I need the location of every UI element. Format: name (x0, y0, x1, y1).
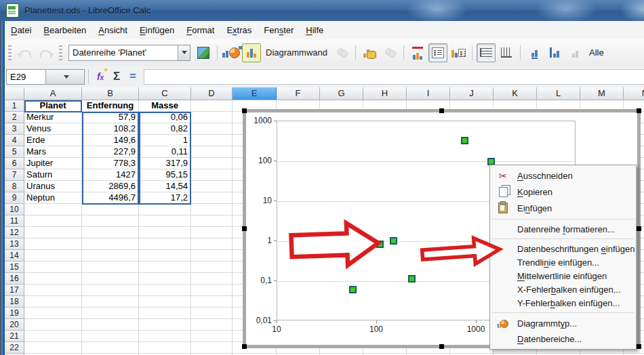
cell[interactable] (24, 215, 82, 227)
row-header-4[interactable]: 4 (5, 135, 24, 146)
cell[interactable] (24, 342, 82, 354)
row-header-22[interactable]: 22 (5, 342, 24, 354)
cell[interactable] (139, 285, 191, 296)
selection-handle[interactable] (637, 226, 641, 231)
horizontal-grid-button[interactable] (477, 43, 496, 62)
cell[interactable] (139, 238, 191, 250)
row-header-7[interactable]: 7 (5, 169, 24, 181)
column-header-f[interactable]: F (277, 87, 320, 100)
cell[interactable] (82, 227, 139, 238)
cell[interactable]: Mars (24, 146, 82, 158)
undo-button[interactable] (16, 43, 35, 62)
vertical-grid-button[interactable] (497, 43, 516, 62)
row-header-13[interactable]: 13 (5, 238, 24, 250)
cell[interactable] (191, 319, 233, 331)
cell[interactable]: 0,82 (139, 123, 191, 135)
cell[interactable]: 317,9 (139, 158, 191, 169)
selection-handle[interactable] (242, 226, 247, 231)
cell[interactable] (191, 273, 233, 285)
menu-item-x-fehlerbalken-einfuegen[interactable]: X-Fehlerbalken einfügen... (490, 283, 636, 296)
cell[interactable] (24, 296, 82, 308)
data-point-mars[interactable] (408, 275, 416, 283)
column-header-k[interactable]: K (494, 87, 537, 100)
menu-item-y-fehlerbalken-einfuegen[interactable]: Y-Fehlerbalken einfügen... (490, 296, 636, 310)
cell[interactable] (139, 342, 191, 354)
cell[interactable] (191, 308, 233, 319)
row-header-12[interactable]: 12 (5, 227, 24, 238)
cell[interactable] (191, 296, 233, 308)
cell[interactable] (139, 250, 191, 262)
row-header-8[interactable]: 8 (5, 181, 24, 192)
menu-hilfe[interactable]: Hilfe (300, 22, 329, 38)
cell[interactable] (191, 262, 233, 273)
cell[interactable]: 14,54 (139, 181, 191, 192)
cell[interactable] (82, 215, 139, 227)
cell[interactable] (191, 342, 233, 354)
row-header-18[interactable]: 18 (5, 296, 24, 308)
cell[interactable] (82, 250, 139, 262)
column-header-e[interactable]: E (233, 87, 277, 100)
chart-wall-button[interactable] (242, 43, 261, 62)
cell[interactable] (139, 273, 191, 285)
3d-view-button[interactable] (332, 43, 351, 62)
cell[interactable] (139, 204, 191, 215)
cell[interactable] (191, 123, 233, 135)
column-header-i[interactable]: I (407, 87, 450, 100)
cell[interactable] (24, 308, 82, 319)
selection-handle[interactable] (637, 108, 641, 113)
cell[interactable] (24, 204, 82, 215)
cell[interactable] (139, 215, 191, 227)
row-header-1[interactable]: 1 (5, 100, 24, 112)
cell[interactable] (24, 331, 82, 342)
chart-element-selector[interactable]: Datenreihe 'Planet' (68, 45, 190, 61)
cell[interactable] (82, 308, 139, 319)
cell[interactable] (82, 296, 139, 308)
row-header-20[interactable]: 20 (5, 319, 24, 331)
cell[interactable]: Entfernung (82, 100, 139, 112)
cell[interactable] (24, 238, 82, 250)
cell[interactable]: Uranus (24, 181, 82, 192)
cell[interactable] (191, 158, 233, 169)
cell[interactable] (24, 285, 82, 296)
cell[interactable] (82, 331, 139, 342)
cell[interactable]: Neptun (24, 192, 82, 204)
menu-item-datenreihe-formatieren[interactable]: Datenreihe formatieren... (490, 222, 636, 236)
cell[interactable]: Masse (139, 100, 191, 112)
cell[interactable] (191, 192, 233, 204)
selection-handle[interactable] (439, 108, 444, 113)
cell[interactable] (24, 273, 82, 285)
row-header-10[interactable]: 10 (5, 204, 24, 215)
cell[interactable]: 149,6 (82, 135, 139, 146)
cell[interactable]: Planet (24, 100, 82, 112)
cell[interactable] (139, 331, 191, 342)
cell[interactable] (191, 238, 233, 250)
menu-datei[interactable]: Datei (5, 22, 37, 38)
data-table-button[interactable] (360, 43, 379, 62)
cell[interactable]: 778,3 (82, 158, 139, 169)
toolbar-grip[interactable] (59, 45, 62, 60)
cell[interactable] (191, 331, 233, 342)
cell[interactable]: 0,11 (139, 146, 191, 158)
column-header-d[interactable]: D (191, 87, 233, 100)
chevron-down-icon[interactable] (178, 45, 190, 60)
cell[interactable] (82, 238, 139, 250)
row-header-2[interactable]: 2 (5, 112, 24, 123)
cell[interactable]: Saturn (24, 169, 82, 181)
sum-button[interactable]: Σ (108, 68, 125, 85)
menu-extras[interactable]: Extras (220, 22, 258, 38)
cell[interactable]: 0,06 (139, 112, 191, 123)
cell[interactable] (191, 250, 233, 262)
cell[interactable] (191, 204, 233, 215)
menu-bearbeiten[interactable]: Bearbeiten (37, 22, 92, 38)
duplicate-button[interactable] (380, 43, 399, 62)
menu-item-datenbereiche[interactable]: Datenbereiche... (490, 331, 636, 347)
cell[interactable]: 108,2 (82, 123, 139, 135)
cell[interactable]: 1 (139, 135, 191, 146)
cell[interactable]: 57,9 (82, 112, 139, 123)
formula-input[interactable] (144, 69, 644, 85)
cell[interactable]: Jupiter (24, 158, 82, 169)
cell[interactable]: Erde (24, 135, 82, 146)
cell[interactable]: Merkur (24, 112, 82, 123)
selection-handle[interactable] (439, 344, 444, 349)
cell[interactable] (191, 227, 233, 238)
